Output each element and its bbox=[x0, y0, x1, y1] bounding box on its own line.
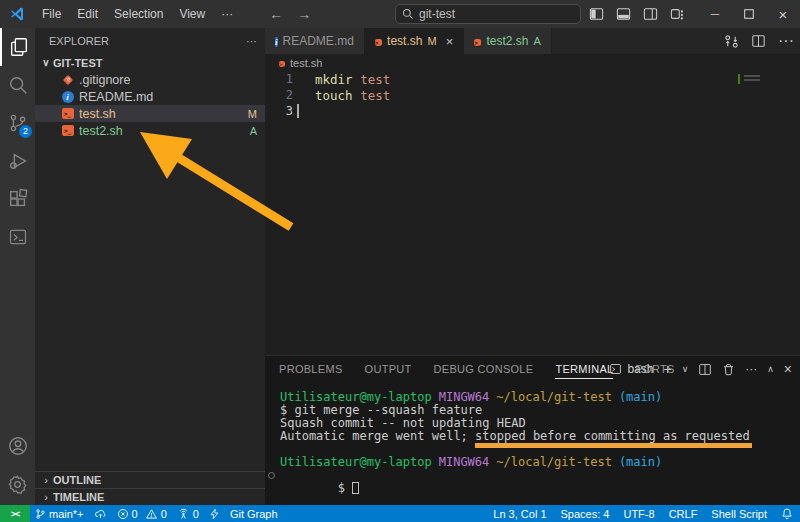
window-maximize-button[interactable] bbox=[732, 0, 766, 28]
tab-label: test.sh bbox=[387, 34, 422, 48]
branch-indicator[interactable]: main*+ bbox=[30, 505, 89, 522]
new-terminal-icon[interactable]: + bbox=[663, 361, 671, 377]
terminal-dropdown-icon[interactable]: ∨ bbox=[682, 364, 689, 374]
shell-file-icon: >_ bbox=[61, 124, 74, 137]
file-row-readme[interactable]: i README.md bbox=[35, 88, 265, 105]
warning-count: 0 bbox=[161, 508, 167, 520]
shell-picker[interactable]: bash bbox=[609, 362, 653, 376]
line-number: 2 bbox=[265, 88, 293, 102]
broadcast-tower-icon bbox=[177, 508, 190, 520]
menu-selection[interactable]: Selection bbox=[106, 3, 171, 25]
timeline-section[interactable]: › TIMELINE bbox=[35, 488, 265, 505]
nav-back-icon[interactable]: ← bbox=[269, 6, 283, 22]
problems-indicator[interactable]: 0 0 bbox=[112, 505, 172, 522]
indentation[interactable]: Spaces: 4 bbox=[554, 505, 617, 522]
ports-indicator[interactable]: 0 bbox=[172, 505, 204, 522]
window-minimize-button[interactable]: ─ bbox=[698, 0, 732, 28]
panel-tab-output[interactable]: OUTPUT bbox=[365, 363, 412, 375]
outline-label: OUTLINE bbox=[53, 474, 101, 486]
split-terminal-icon[interactable] bbox=[698, 363, 712, 376]
code-line-1: 1 mkdirtest bbox=[265, 71, 800, 87]
bell-icon bbox=[781, 507, 793, 520]
code-line-3: 3 bbox=[265, 103, 800, 119]
panel-tab-terminal[interactable]: TERMINAL bbox=[555, 363, 613, 379]
split-editor-icon[interactable] bbox=[751, 34, 766, 48]
tab-close-icon[interactable]: × bbox=[446, 34, 454, 49]
cursor-position[interactable]: Ln 3, Col 1 bbox=[486, 505, 553, 522]
menu-edit[interactable]: Edit bbox=[69, 3, 106, 25]
sync-changes[interactable] bbox=[89, 505, 112, 522]
activity-remote-terminal[interactable] bbox=[0, 218, 35, 256]
git-status-badge: A bbox=[250, 125, 257, 137]
account-button[interactable] bbox=[0, 427, 35, 465]
shell-file-icon: >_ bbox=[61, 107, 74, 120]
tab-readme[interactable]: i README.md bbox=[265, 28, 365, 54]
toggle-secondary-sidebar-icon[interactable] bbox=[643, 7, 658, 21]
open-changes-icon[interactable] bbox=[724, 34, 739, 49]
panel-tab-problems[interactable]: PROBLEMS bbox=[279, 363, 343, 375]
command-center-search[interactable]: git-test bbox=[395, 4, 581, 24]
nav-forward-icon[interactable]: → bbox=[297, 6, 311, 22]
minimap[interactable] bbox=[738, 73, 760, 87]
eol-sequence[interactable]: CRLF bbox=[662, 505, 705, 522]
kill-terminal-trash-icon[interactable] bbox=[722, 363, 735, 376]
shell-file-icon: >_ bbox=[375, 34, 382, 48]
remote-indicator[interactable]: >< bbox=[0, 505, 30, 522]
timeline-label: TIMELINE bbox=[53, 491, 104, 503]
git-status-badge: M bbox=[248, 108, 257, 120]
gear-icon bbox=[7, 474, 28, 495]
tab-test2-sh[interactable]: >_ test2.sh A bbox=[464, 28, 552, 54]
file-row-test-sh[interactable]: >_ test.sh M bbox=[35, 105, 265, 122]
tab-test-sh[interactable]: >_ test.sh M × bbox=[365, 28, 464, 54]
vscode-logo-icon bbox=[9, 6, 25, 22]
folder-name: GIT-TEST bbox=[53, 57, 103, 69]
line-number: 1 bbox=[265, 72, 293, 86]
run-debug-icon bbox=[7, 150, 29, 172]
toggle-panel-icon[interactable] bbox=[616, 7, 631, 21]
language-mode[interactable]: Shell Script bbox=[704, 505, 774, 522]
search-icon bbox=[402, 8, 414, 20]
encoding[interactable]: UTF-8 bbox=[616, 505, 661, 522]
scm-changes-badge: 2 bbox=[19, 125, 32, 138]
files-icon bbox=[8, 36, 30, 58]
breadcrumb[interactable]: >_ test.sh bbox=[265, 54, 800, 71]
activity-search[interactable] bbox=[0, 66, 35, 104]
warning-icon bbox=[145, 508, 158, 520]
account-icon bbox=[7, 435, 29, 457]
extension-zap-indicator[interactable] bbox=[204, 505, 225, 522]
outline-section[interactable]: › OUTLINE bbox=[35, 471, 265, 488]
activity-extensions[interactable] bbox=[0, 180, 35, 218]
file-row-gitignore[interactable]: .gitignore bbox=[35, 71, 265, 88]
panel-tab-bar: PROBLEMS OUTPUT DEBUG CONSOLE TERMINAL P… bbox=[265, 356, 800, 382]
close-panel-icon[interactable]: × bbox=[784, 361, 792, 377]
shell-name: bash bbox=[627, 362, 653, 376]
explorer-more-icon[interactable]: ··· bbox=[246, 35, 257, 47]
remote-icon: >< bbox=[11, 509, 20, 519]
terminal[interactable]: Utilisateur@my-laptopMINGW64~/local/git-… bbox=[265, 382, 800, 506]
terminal-icon bbox=[609, 363, 622, 375]
activity-source-control[interactable]: 2 bbox=[0, 104, 35, 142]
editor-region: i README.md >_ test.sh M × >_ test2.sh A… bbox=[265, 28, 800, 505]
menu-more-icon[interactable]: ··· bbox=[213, 3, 241, 25]
title-bar: File Edit Selection View ··· ← → git-tes… bbox=[0, 0, 800, 28]
notifications-button[interactable] bbox=[774, 505, 800, 522]
code-editor[interactable]: 1 mkdirtest 2 touchtest 3 bbox=[265, 71, 800, 383]
panel-more-icon[interactable]: ··· bbox=[745, 362, 757, 376]
file-name: .gitignore bbox=[79, 73, 130, 87]
file-row-test2-sh[interactable]: >_ test2.sh A bbox=[35, 122, 265, 139]
menu-view[interactable]: View bbox=[171, 3, 213, 25]
git-graph-button[interactable]: Git Graph bbox=[225, 505, 283, 522]
editor-more-icon[interactable]: ··· bbox=[778, 32, 794, 50]
panel-tab-debug-console[interactable]: DEBUG CONSOLE bbox=[434, 363, 534, 375]
code-token-command: touch bbox=[315, 88, 353, 103]
toggle-sidebar-icon[interactable] bbox=[589, 7, 604, 21]
window-close-button[interactable]: × bbox=[766, 0, 800, 28]
activity-explorer[interactable] bbox=[0, 28, 35, 66]
folder-header-git-test[interactable]: ∨ GIT-TEST bbox=[35, 54, 265, 71]
maximize-panel-icon[interactable]: ∧ bbox=[767, 364, 774, 374]
customize-layout-icon[interactable] bbox=[670, 7, 685, 21]
activity-run-debug[interactable] bbox=[0, 142, 35, 180]
menu-file[interactable]: File bbox=[34, 3, 69, 25]
tab-label: test2.sh bbox=[486, 34, 528, 48]
settings-button[interactable] bbox=[0, 465, 35, 503]
